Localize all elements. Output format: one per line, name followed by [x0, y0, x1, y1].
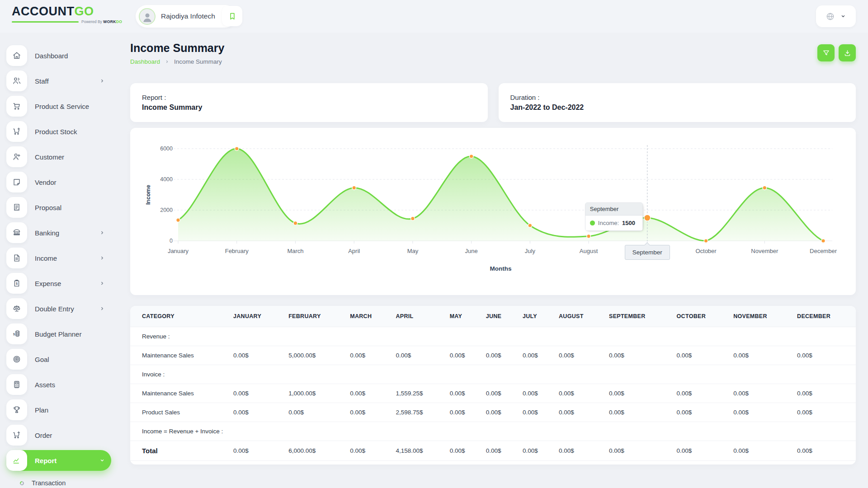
sidebar-item-budget-planner[interactable]: $Budget Planner [6, 324, 111, 344]
app-logo[interactable]: ACCOUNTGO Powered By WORKDO [12, 5, 122, 24]
sidebar-item-product-service[interactable]: Product & Service [6, 96, 111, 117]
table-row-revenue: Revenue : [130, 327, 856, 346]
value-cell: 0.00$ [445, 384, 481, 403]
table-head: CATEGORYJANUARYFEBRUARYMARCHAPRILMAYJUNE… [130, 306, 856, 327]
col-header-february: FEBRUARY [284, 306, 345, 327]
table-row-invoice: Invoice : [130, 365, 856, 384]
value-cell: 0.00$ [554, 346, 604, 365]
bank-icon [6, 222, 27, 243]
svg-text:$: $ [16, 282, 18, 286]
company-selector[interactable]: Rajodiya Infotech [136, 5, 236, 28]
report-card: Report : Income Summary [130, 83, 488, 122]
value-cell: 0.00$ [445, 403, 481, 422]
value-cell: 1,000.00$ [284, 384, 345, 403]
value-cell: 0.00$ [793, 346, 856, 365]
sidebar-item-double-entry[interactable]: Double Entry [6, 298, 111, 319]
chevron-down-icon [99, 457, 106, 464]
value-cell: 0.00$ [793, 403, 856, 422]
value-cell: 0.00$ [672, 403, 729, 422]
series-dot-icon [590, 221, 595, 225]
value-cell: 5,000.00$ [284, 346, 345, 365]
value-cell: 0.00$ [672, 346, 729, 365]
value-cell: 0.00$ [481, 441, 518, 461]
avatar [139, 8, 156, 25]
value-cell: 0.00$ [229, 441, 284, 461]
report-label: Report : [142, 94, 476, 101]
file-invoice-icon [6, 248, 27, 268]
company-name: Rajodiya Infotech [161, 12, 215, 20]
svg-text:November: November [751, 248, 778, 254]
value-cell: 2,598.75$ [391, 403, 445, 422]
value-cell: 0.00$ [229, 403, 284, 422]
value-cell: 0.00$ [554, 403, 604, 422]
language-selector[interactable] [816, 5, 856, 27]
globe-icon [825, 11, 835, 22]
sidebar-item-vendor[interactable]: Vendor [6, 172, 111, 192]
category-cell: Total [130, 441, 229, 461]
svg-text:July: July [525, 248, 536, 254]
sidebar-item-proposal[interactable]: Proposal [6, 197, 111, 218]
category-cell: Maintenance Sales [130, 346, 229, 365]
sidebar-item-income[interactable]: Income [6, 248, 111, 268]
value-cell: 0.00$ [518, 403, 554, 422]
value-cell: 0.00$ [672, 441, 729, 461]
sidebar-item-customer[interactable]: Customer [6, 146, 111, 167]
scale-icon [6, 298, 27, 319]
filter-button[interactable] [817, 44, 835, 61]
sidebar-item-dashboard[interactable]: Dashboard [6, 45, 111, 66]
filter-icon [822, 49, 830, 57]
table-row-product-sales: Product Sales0.00$0.00$0.00$2,598.75$0.0… [130, 403, 856, 422]
section-label: Revenue : [130, 327, 856, 346]
sidebar-item-plan[interactable]: Plan [6, 399, 111, 420]
note-icon [6, 172, 27, 192]
bookmark-button[interactable] [222, 6, 242, 26]
chart-tooltip-label: Income: [598, 220, 619, 226]
income-summary-table: CATEGORYJANUARYFEBRUARYMARCHAPRILMAYJUNE… [130, 306, 856, 461]
value-cell: 0.00$ [793, 441, 856, 461]
col-header-category: CATEGORY [130, 306, 229, 327]
sidebar-item-expense[interactable]: $Expense [6, 273, 111, 294]
svg-text:4000: 4000 [160, 176, 173, 183]
section-label: Invoice : [130, 365, 856, 384]
value-cell: 0.00$ [518, 441, 554, 461]
sidebar-nav: DashboardStaffProduct & ServiceProduct S… [0, 33, 118, 488]
svg-text:March: March [287, 248, 303, 254]
svg-text:August: August [580, 248, 598, 254]
value-cell: 0.00$ [729, 384, 793, 403]
col-header-june: JUNE [481, 306, 518, 327]
sidebar-item-goal[interactable]: Goal [6, 349, 111, 370]
download-button[interactable] [839, 44, 856, 61]
logo-underline [12, 21, 79, 23]
target-icon [6, 349, 27, 370]
income-area-chart[interactable]: 0200040006000JanuaryFebruaryMarchAprilMa… [143, 137, 843, 286]
sidebar-item-product-stock[interactable]: Product Stock [6, 121, 111, 142]
value-cell: 0.00$ [445, 441, 481, 461]
sidebar-item-assets[interactable]: Assets [6, 374, 111, 395]
value-cell: 0.00$ [229, 384, 284, 403]
svg-text:June: June [465, 248, 478, 254]
col-header-march: MARCH [345, 306, 391, 327]
table-row-maintenance-sales: Maintenance Sales0.00$1,000.00$0.00$1,55… [130, 384, 856, 403]
chevron-right-icon [99, 229, 106, 236]
cart-plus-icon [6, 425, 27, 446]
sidebar-subitem-transaction[interactable]: Transaction [14, 475, 118, 488]
app-logo-text: ACCOUNTGO [12, 5, 122, 19]
value-cell: 0.00$ [481, 346, 518, 365]
value-cell: 0.00$ [729, 346, 793, 365]
sidebar-item-order[interactable]: Order [6, 425, 111, 446]
value-cell: 0.00$ [604, 441, 672, 461]
svg-text:$: $ [13, 332, 15, 336]
value-cell: 0.00$ [604, 346, 672, 365]
col-header-october: OCTOBER [672, 306, 729, 327]
trophy-icon [6, 399, 27, 420]
sidebar-item-banking[interactable]: Banking [6, 222, 111, 243]
category-cell: Maintenance Sales [130, 384, 229, 403]
income-summary-table-card: CATEGORYJANUARYFEBRUARYMARCHAPRILMAYJUNE… [130, 306, 856, 465]
sidebar-item-report[interactable]: Report [6, 450, 111, 471]
table-row-maintenance-sales: Maintenance Sales0.00$5,000.00$0.00$0.00… [130, 346, 856, 365]
svg-text:December: December [810, 248, 837, 254]
chevron-down-icon [840, 13, 847, 20]
sidebar-item-staff[interactable]: Staff [6, 70, 111, 91]
breadcrumb-dashboard-link[interactable]: Dashboard [130, 58, 160, 65]
home-icon [6, 45, 27, 66]
